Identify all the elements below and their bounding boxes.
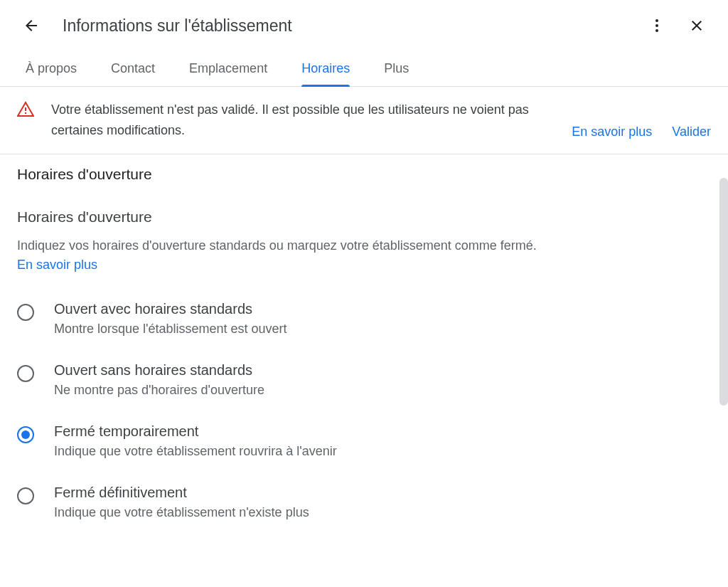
radio-indicator	[17, 487, 34, 504]
radio-description: Ne montre pas d'horaires d'ouverture	[54, 383, 264, 398]
section-title: Horaires d'ouverture	[17, 166, 711, 183]
radio-description: Indique que votre établissement n'existe…	[54, 505, 309, 520]
radio-indicator	[17, 365, 34, 382]
tab-more[interactable]: Plus	[367, 51, 426, 86]
close-button[interactable]	[682, 11, 711, 40]
header: Informations sur l'établissement	[0, 0, 728, 51]
more-vert-icon	[648, 17, 665, 34]
more-menu-button[interactable]	[643, 11, 671, 40]
alert-learn-more-link[interactable]: En savoir plus	[572, 125, 652, 139]
radio-option-open-no-hours[interactable]: Ouvert sans horaires standards Ne montre…	[17, 362, 711, 398]
close-icon	[688, 17, 705, 34]
radio-label: Ouvert sans horaires standards	[54, 362, 264, 379]
radio-indicator	[17, 304, 34, 321]
content: Horaires d'ouverture Horaires d'ouvertur…	[0, 154, 728, 537]
radio-label: Ouvert avec horaires standards	[54, 301, 287, 317]
learn-more-link[interactable]: En savoir plus	[17, 258, 97, 273]
radio-description: Indique que votre établissement rouvrira…	[54, 444, 337, 459]
radio-option-closed-temp[interactable]: Fermé temporairement Indique que votre é…	[17, 423, 711, 459]
validation-alert: Votre établissement n'est pas validé. Il…	[0, 87, 728, 154]
subsection-title: Horaires d'ouverture	[17, 208, 711, 226]
page-title: Informations sur l'établissement	[63, 16, 626, 36]
radio-label: Fermé temporairement	[54, 423, 337, 440]
radio-option-closed-perm[interactable]: Fermé définitivement Indique que votre é…	[17, 485, 711, 520]
alert-text: Votre établissement n'est pas validé. Il…	[51, 100, 555, 141]
svg-point-0	[655, 19, 658, 22]
svg-point-1	[655, 24, 658, 27]
arrow-left-icon	[23, 17, 40, 34]
warning-icon	[17, 101, 34, 121]
radio-description: Montre lorsque l'établissement est ouver…	[54, 322, 287, 337]
tabs: À propos Contact Emplacement Horaires Pl…	[0, 51, 728, 87]
tab-location[interactable]: Emplacement	[172, 51, 284, 86]
tab-hours[interactable]: Horaires	[284, 51, 367, 86]
tab-contact[interactable]: Contact	[94, 51, 172, 86]
radio-label: Fermé définitivement	[54, 485, 309, 501]
alert-validate-button[interactable]: Valider	[672, 125, 711, 139]
scrollbar[interactable]	[719, 178, 728, 406]
radio-option-open-standard[interactable]: Ouvert avec horaires standards Montre lo…	[17, 301, 711, 337]
svg-point-2	[655, 29, 658, 32]
svg-point-3	[25, 112, 26, 114]
radio-indicator	[17, 426, 34, 443]
hours-radio-group: Ouvert avec horaires standards Montre lo…	[17, 301, 711, 520]
tab-about[interactable]: À propos	[9, 51, 94, 86]
subsection-description: Indiquez vos horaires d'ouverture standa…	[17, 238, 711, 253]
back-button[interactable]	[17, 11, 46, 40]
